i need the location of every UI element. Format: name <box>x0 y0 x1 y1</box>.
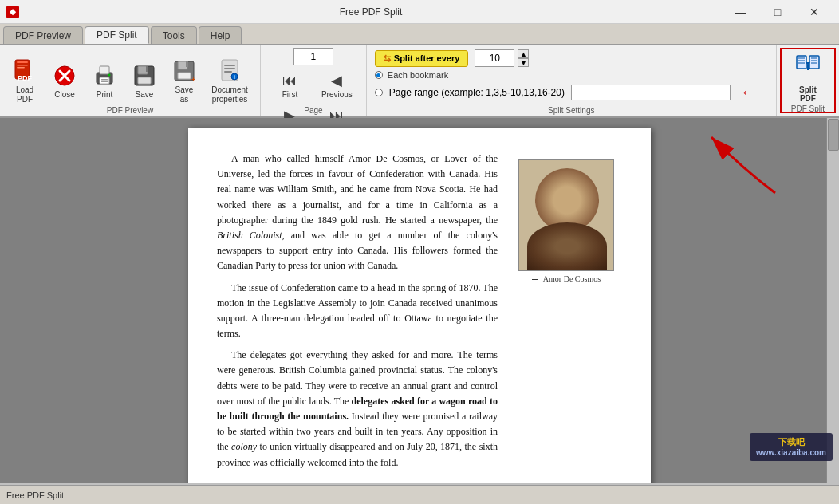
caption-bar <box>532 279 538 280</box>
each-bookmark-label: Each bookmark <box>388 70 448 80</box>
svg-point-46 <box>572 207 578 212</box>
previous-page-icon: ◀ <box>331 72 342 89</box>
first-page-icon: ⏮ <box>282 73 297 89</box>
svg-rect-21 <box>178 73 191 79</box>
first-page-button[interactable]: ⏮ First <box>267 69 313 102</box>
tab-pdf-preview[interactable]: PDF Preview <box>3 26 83 44</box>
svg-point-44 <box>549 218 585 243</box>
first-page-label: First <box>282 90 297 99</box>
svg-rect-2 <box>17 65 28 66</box>
svg-rect-38 <box>519 160 614 271</box>
previous-page-button[interactable]: ◀ Previous <box>314 69 360 102</box>
tab-help[interactable]: Help <box>199 26 242 44</box>
page-number-input[interactable] <box>293 48 333 65</box>
print-button[interactable]: Print <box>86 59 123 104</box>
close-pdf-icon <box>52 63 77 89</box>
svg-point-39 <box>527 232 607 271</box>
document-properties-label: Documentproperties <box>211 85 248 104</box>
pdf-split-section-label: PDF Split <box>791 104 825 113</box>
svg-rect-16 <box>146 66 148 72</box>
split-pdf-button[interactable]: SplitPDF PDF Split <box>780 48 836 113</box>
vertical-scrollbar[interactable] <box>826 118 839 483</box>
document-properties-icon: i <box>217 58 242 84</box>
window-controls: — □ ✕ <box>723 0 833 24</box>
svg-point-47 <box>564 214 570 222</box>
pdf-content: A man who called himself Amor De Cosmos,… <box>217 152 622 477</box>
portrait-image <box>518 159 614 271</box>
svg-rect-12 <box>101 81 108 83</box>
title-bar: ◆ Free PDF Split — □ ✕ <box>0 0 839 24</box>
svg-text:+: + <box>191 76 195 84</box>
save-as-button[interactable]: + Saveas <box>166 54 203 108</box>
tab-tools[interactable]: Tools <box>151 26 197 44</box>
split-after-every-label: Split after every <box>394 53 460 63</box>
ribbon-pdf-preview-section: PDF LoadPDF Close <box>0 45 261 116</box>
save-as-icon: + <box>171 58 197 84</box>
svg-rect-17 <box>138 77 151 84</box>
previous-page-label: Previous <box>321 90 353 99</box>
portrait-caption: Amor De Cosmos <box>532 274 601 283</box>
watermark-box: 下载吧 www.xiazaiba.com <box>750 433 833 461</box>
minimize-button[interactable]: — <box>723 0 759 24</box>
svg-rect-1 <box>17 61 28 63</box>
split-after-row: ⇆ Split after every ▲ ▼ <box>375 49 768 67</box>
close-pdf-button[interactable]: Close <box>46 59 83 104</box>
svg-rect-10 <box>100 77 109 84</box>
tab-bar: PDF Preview PDF Split Tools Help <box>0 24 839 45</box>
paragraph-2: The issue of Confederation came to a hea… <box>217 281 498 342</box>
split-arrow-icon: ⇆ <box>384 53 391 64</box>
svg-text:i: i <box>234 74 235 80</box>
print-label: Print <box>97 90 113 100</box>
save-as-label: Saveas <box>175 85 194 104</box>
svg-rect-26 <box>224 71 232 73</box>
status-text: Free PDF Split <box>6 490 64 500</box>
print-icon <box>92 63 117 89</box>
ribbon: PDF LoadPDF Close <box>0 45 839 118</box>
pdf-image-column: Amor De Cosmos <box>510 152 622 477</box>
svg-point-45 <box>556 207 562 212</box>
save-label: Save <box>136 90 154 100</box>
spinner-arrows: ▲ ▼ <box>518 49 529 67</box>
svg-rect-11 <box>101 79 108 81</box>
load-pdf-button[interactable]: PDF LoadPDF <box>6 54 43 108</box>
svg-point-40 <box>539 220 595 271</box>
close-pdf-label: Close <box>54 90 75 100</box>
svg-point-13 <box>108 74 111 77</box>
svg-point-42 <box>545 187 589 238</box>
each-bookmark-row: Each bookmark <box>375 70 768 80</box>
load-pdf-icon: PDF <box>12 58 37 84</box>
page-range-row: Page range (example: 1,3,5-10,13,16-20) … <box>375 83 768 101</box>
app-icon: ◆ <box>6 6 19 18</box>
split-settings-section-label: Split Settings <box>367 106 776 115</box>
tab-pdf-split[interactable]: PDF Split <box>85 26 149 44</box>
page-range-input[interactable] <box>571 85 731 100</box>
window-title: Free PDF Split <box>19 6 723 18</box>
number-spinner: ▲ ▼ <box>475 49 529 67</box>
close-button[interactable]: ✕ <box>796 0 833 24</box>
pages-per-split-input[interactable] <box>475 49 514 67</box>
split-after-every-button[interactable]: ⇆ Split after every <box>375 50 469 67</box>
pdf-preview-buttons: PDF LoadPDF Close <box>6 48 254 115</box>
svg-rect-30 <box>809 56 819 69</box>
spinner-up[interactable]: ▲ <box>518 49 529 58</box>
svg-rect-9 <box>100 66 109 74</box>
main-content-area: A man who called himself Amor De Cosmos,… <box>0 118 839 483</box>
arrow-indicator: ← <box>740 83 756 101</box>
each-bookmark-radio[interactable] <box>375 71 383 79</box>
watermark-site: www.xiazaiba.com <box>756 447 826 458</box>
watermark-top: 下载吧 <box>778 436 805 447</box>
ribbon-split-settings-section: ⇆ Split after every ▲ ▼ Each bookmark Pa… <box>367 45 777 116</box>
portrait-svg <box>519 160 614 271</box>
page-range-radio[interactable] <box>375 89 383 96</box>
document-properties-button[interactable]: i Documentproperties <box>206 54 254 108</box>
maximize-button[interactable]: □ <box>759 0 796 24</box>
pdf-page: A man who called himself Amor De Cosmos,… <box>188 128 651 483</box>
svg-rect-20 <box>186 61 188 67</box>
spinner-down[interactable]: ▼ <box>518 58 529 67</box>
scrollbar-thumb[interactable] <box>828 119 839 151</box>
save-button[interactable]: Save <box>126 59 163 104</box>
paragraph-1: A man who called himself Amor De Cosmos,… <box>217 152 498 274</box>
split-pdf-label: SplitPDF <box>799 85 817 103</box>
svg-point-43 <box>545 181 589 200</box>
pdf-text: A man who called himself Amor De Cosmos,… <box>217 152 498 471</box>
